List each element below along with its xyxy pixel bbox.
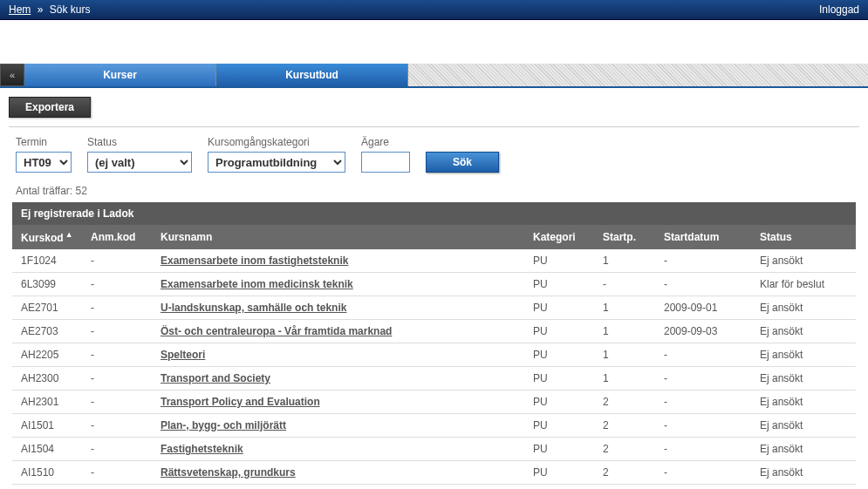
- cell-startdatum: -: [655, 461, 751, 485]
- cell-startdatum: -: [655, 249, 751, 273]
- breadcrumb-current: Sök kurs: [50, 3, 91, 16]
- header-anmkod[interactable]: Anm.kod: [82, 225, 152, 249]
- course-link[interactable]: Plan-, bygg- och miljörätt: [161, 419, 286, 431]
- cell-kategori: PU: [524, 461, 594, 485]
- table-row: AE2701-U-landskunskap, samhälle och tekn…: [12, 296, 856, 320]
- filter-search-wrap: Sök: [426, 152, 499, 173]
- cell-kursnamn: Fastighetsteknik: [152, 438, 524, 461]
- status-label: Status: [87, 136, 192, 148]
- table-row: 6L3099-Examensarbete inom medicinsk tekn…: [12, 273, 856, 296]
- header-spacer: [0, 20, 868, 64]
- cell-kategori: PU: [524, 391, 594, 414]
- course-link[interactable]: Examensarbete inom medicinsk teknik: [161, 278, 353, 290]
- tab-filler: [408, 64, 868, 86]
- agare-input[interactable]: [361, 152, 410, 173]
- tab-kurser[interactable]: Kurser: [24, 64, 216, 86]
- course-link[interactable]: Öst- och centraleuropa - Vår framtida ma…: [161, 325, 392, 337]
- results-table: Ej registrerade i Ladok Kurskod▲ Anm.kod…: [12, 202, 856, 485]
- results-table-container: Ej registrerade i Ladok Kurskod▲ Anm.kod…: [12, 202, 856, 485]
- termin-select[interactable]: HT09: [16, 152, 72, 173]
- course-link[interactable]: Transport Policy and Evaluation: [161, 396, 320, 408]
- cell-kurskod: 1F1024: [12, 249, 82, 273]
- cell-kursnamn: Examensarbete inom medicinsk teknik: [152, 273, 524, 296]
- filter-status: Status (ej valt): [87, 136, 192, 173]
- table-section-header: Ej registrerade i Ladok: [12, 202, 856, 225]
- table-body: 1F1024-Examensarbete inom fastighetstekn…: [12, 249, 856, 485]
- status-select[interactable]: (ej valt): [87, 152, 192, 173]
- toolbar-divider: [9, 126, 859, 127]
- table-row: AH2300-Transport and SocietyPU1-Ej ansök…: [12, 367, 856, 391]
- search-button[interactable]: Sök: [426, 152, 499, 173]
- cell-startp: 1: [594, 249, 655, 273]
- filters: Termin HT09 Status (ej valt) Kursomgångs…: [0, 136, 868, 180]
- cell-anmkod: -: [82, 273, 152, 296]
- cell-startdatum: -: [655, 367, 751, 391]
- cell-startp: 2: [594, 414, 655, 438]
- cell-kursnamn: Examensarbete inom fastighetsteknik: [152, 249, 524, 273]
- cell-kursnamn: U-landskunskap, samhälle och teknik: [152, 296, 524, 320]
- filter-kategori: Kursomgångskategori Programutbildning: [208, 136, 345, 173]
- cell-anmkod: -: [82, 461, 152, 485]
- table-row: AH2301-Transport Policy and EvaluationPU…: [12, 391, 856, 414]
- course-link[interactable]: Spelteori: [161, 349, 205, 361]
- course-link[interactable]: Examensarbete inom fastighetsteknik: [161, 255, 348, 267]
- cell-startdatum: -: [655, 343, 751, 367]
- table-row: AI1504-FastighetsteknikPU2-Ej ansökt: [12, 438, 856, 461]
- cell-startdatum: 2009-09-01: [655, 296, 751, 320]
- filter-agare: Ägare: [361, 136, 410, 173]
- cell-anmkod: -: [82, 343, 152, 367]
- cell-kategori: PU: [524, 438, 594, 461]
- header-status[interactable]: Status: [751, 225, 856, 249]
- header-kurskod[interactable]: Kurskod▲: [12, 225, 82, 249]
- cell-startp: -: [594, 273, 655, 296]
- cell-kursnamn: Öst- och centraleuropa - Vår framtida ma…: [152, 320, 524, 343]
- cell-startp: 1: [594, 343, 655, 367]
- cell-kursnamn: Spelteori: [152, 343, 524, 367]
- cell-kurskod: AI1504: [12, 438, 82, 461]
- cell-kurskod: AH2300: [12, 367, 82, 391]
- tab-back-button[interactable]: «: [0, 64, 24, 86]
- cell-anmkod: -: [82, 320, 152, 343]
- cell-kurskod: AH2205: [12, 343, 82, 367]
- tab-kursutbud[interactable]: Kursutbud: [216, 64, 408, 86]
- export-button[interactable]: Exportera: [9, 97, 91, 118]
- header-kategori[interactable]: Kategori: [524, 225, 594, 249]
- table-row: 1F1024-Examensarbete inom fastighetstekn…: [12, 249, 856, 273]
- cell-status: Ej ansökt: [751, 367, 856, 391]
- course-link[interactable]: Fastighetsteknik: [161, 443, 243, 455]
- header-startp[interactable]: Startp.: [594, 225, 655, 249]
- cell-kurskod: 6L3099: [12, 273, 82, 296]
- cell-kategori: PU: [524, 249, 594, 273]
- cell-kategori: PU: [524, 343, 594, 367]
- cell-startdatum: 2009-09-03: [655, 320, 751, 343]
- cell-status: Ej ansökt: [751, 461, 856, 485]
- table-row: AI1501-Plan-, bygg- och miljörättPU2-Ej …: [12, 414, 856, 438]
- table-column-headers: Kurskod▲ Anm.kod Kursnamn Kategori Start…: [12, 225, 856, 249]
- cell-kategori: PU: [524, 367, 594, 391]
- course-link[interactable]: Transport and Society: [161, 372, 270, 384]
- cell-kategori: PU: [524, 273, 594, 296]
- cell-startp: 1: [594, 296, 655, 320]
- cell-status: Ej ansökt: [751, 438, 856, 461]
- cell-anmkod: -: [82, 438, 152, 461]
- header-startdatum[interactable]: Startdatum: [655, 225, 751, 249]
- course-link[interactable]: Rättsvetenskap, grundkurs: [161, 466, 296, 479]
- cell-kurskod: AE2703: [12, 320, 82, 343]
- cell-kurskod: AI1501: [12, 414, 82, 438]
- cell-kursnamn: Transport and Society: [152, 367, 524, 391]
- cell-status: Ej ansökt: [751, 391, 856, 414]
- breadcrumb: Hem » Sök kurs: [9, 3, 90, 16]
- kategori-label: Kursomgångskategori: [208, 136, 345, 148]
- kategori-select[interactable]: Programutbildning: [208, 152, 345, 173]
- cell-kategori: PU: [524, 414, 594, 438]
- cell-status: Ej ansökt: [751, 320, 856, 343]
- course-link[interactable]: U-landskunskap, samhälle och teknik: [161, 302, 346, 314]
- cell-kategori: PU: [524, 320, 594, 343]
- result-count-label: Antal träffar:: [16, 185, 72, 197]
- agare-label: Ägare: [361, 136, 410, 148]
- cell-kursnamn: Rättsvetenskap, grundkurs: [152, 461, 524, 485]
- cell-status: Ej ansökt: [751, 296, 856, 320]
- breadcrumb-home[interactable]: Hem: [9, 3, 31, 16]
- cell-startdatum: -: [655, 438, 751, 461]
- header-kursnamn[interactable]: Kursnamn: [152, 225, 524, 249]
